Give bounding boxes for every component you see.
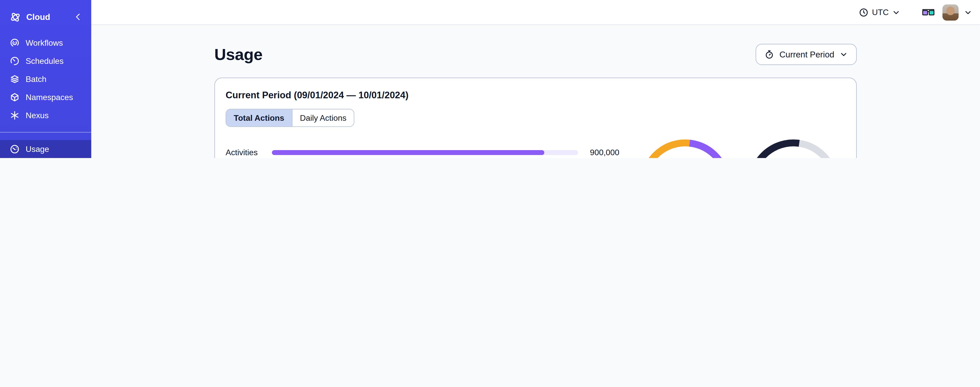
stopwatch-icon [764, 50, 775, 59]
sidebar-item-label: Batch [25, 75, 46, 84]
sidebar-nav-main: WorkflowsSchedulesBatchNamespacesNexus [0, 34, 91, 124]
sidebar-item-usage[interactable]: Usage [0, 140, 91, 158]
usage-card-title: Current Period (09/01/2024 — 10/01/2024) [226, 90, 845, 100]
schedules-icon [10, 56, 20, 66]
sidebar: Cloud WorkflowsSchedulesBatchNamespacesN… [0, 0, 91, 158]
donut-center: 0 GB/Day Total Storage [755, 146, 832, 158]
main-area: UTC Usage Current Period Current Period … [91, 0, 980, 158]
period-selector-label: Current Period [780, 50, 834, 59]
sidebar-item-nexus[interactable]: Nexus [0, 106, 91, 125]
tab-total-actions[interactable]: Total Actions [226, 110, 292, 126]
temporal-logo [10, 11, 21, 23]
user-avatar[interactable] [942, 4, 959, 21]
timezone-label: UTC [872, 7, 888, 17]
page-title: Usage [214, 45, 262, 64]
bar-value: 900,000 [578, 147, 619, 157]
period-selector-button[interactable]: Current Period [756, 44, 857, 65]
bar-fill [272, 150, 544, 155]
chevron-left-icon[interactable] [73, 12, 83, 22]
sidebar-item-schedules[interactable]: Schedules [0, 52, 91, 70]
topbar: UTC [91, 0, 980, 25]
usage-icon [10, 144, 20, 155]
actions-tab-group: Total Actions Daily Actions [226, 109, 354, 127]
app-root: Cloud WorkflowsSchedulesBatchNamespacesN… [0, 0, 980, 158]
workflows-icon [10, 38, 20, 48]
chevron-down-icon [892, 8, 900, 17]
usage-summary-card: Current Period (09/01/2024 — 10/01/2024)… [214, 78, 857, 158]
batch-icon [10, 74, 20, 85]
page-head: Usage Current Period [214, 44, 857, 65]
timezone-selector[interactable]: UTC [859, 7, 900, 17]
usage-donuts: 4.7 MM Total Actions 0 GB/Day Total Stor… [640, 139, 839, 158]
donut-center: 4.7 MM Total Actions [647, 146, 724, 158]
sidebar-item-workflows[interactable]: Workflows [0, 34, 91, 52]
usage-charts: Activities900,000Queries5,000Signals130,… [226, 139, 845, 158]
sidebar-item-label: Nexus [25, 111, 48, 120]
bar-track [272, 150, 578, 155]
brand-label: Cloud [26, 12, 73, 22]
chevron-down-icon[interactable] [964, 8, 972, 17]
sidebar-item-label: Usage [25, 144, 49, 154]
bar-category-label: Activities [226, 147, 272, 157]
glasses-icon[interactable] [922, 8, 935, 16]
sidebar-nav-account: UsageBillingSettings [0, 140, 91, 158]
sidebar-item-namespaces[interactable]: Namespaces [0, 88, 91, 106]
chevron-down-icon [839, 50, 848, 59]
sidebar-item-label: Workflows [25, 38, 63, 48]
usage-bar-row: Activities900,000 [226, 144, 619, 158]
total-storage-donut: 0 GB/Day Total Storage [748, 139, 839, 158]
content: Usage Current Period Current Period (09/… [91, 25, 980, 158]
sidebar-item-label: Namespaces [25, 93, 73, 102]
total-actions-donut: 4.7 MM Total Actions [640, 139, 730, 158]
namespaces-icon [10, 92, 20, 102]
sidebar-item-label: Schedules [25, 56, 64, 66]
nexus-icon [10, 110, 20, 121]
brand-row: Cloud [0, 6, 91, 27]
usage-bar-chart: Activities900,000Queries5,000Signals130,… [226, 144, 619, 158]
sidebar-divider [0, 132, 91, 133]
tab-daily-actions[interactable]: Daily Actions [292, 110, 354, 126]
sidebar-item-batch[interactable]: Batch [0, 70, 91, 88]
clock-icon [859, 7, 869, 17]
